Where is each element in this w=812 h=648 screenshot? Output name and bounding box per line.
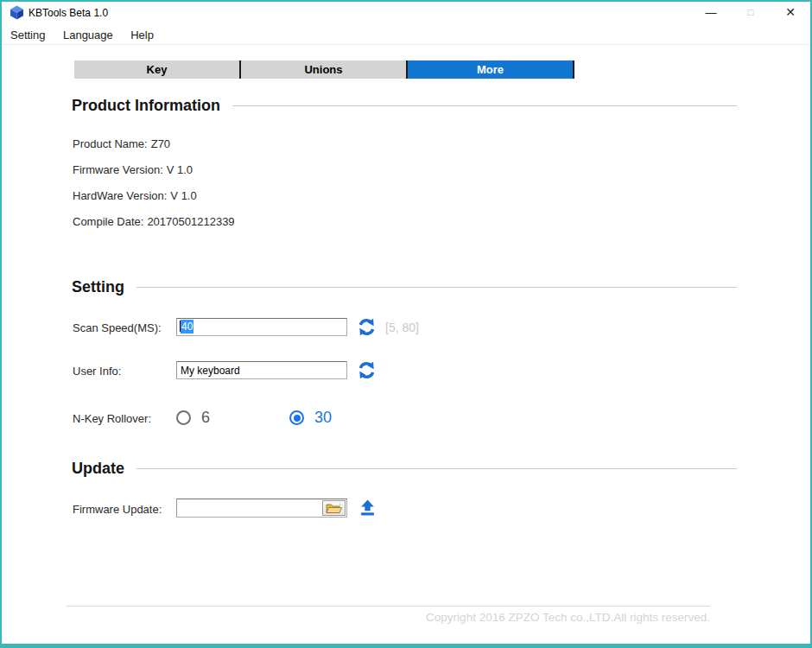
heading-rule <box>232 105 737 106</box>
nkey-rollover-options: 6 30 <box>176 409 332 427</box>
tab-unions[interactable]: Unions <box>241 60 408 79</box>
radio-option-label: 6 <box>201 409 210 427</box>
section-heading-setting: Setting <box>72 278 124 296</box>
user-info-input[interactable] <box>176 361 347 379</box>
hardware-version-row: HardWare Version:V 1.0 <box>73 189 197 203</box>
window-title: KBTools Beta 1.0 <box>29 2 108 24</box>
field-label: Compile Date: <box>73 215 143 228</box>
refresh-icon <box>358 318 376 336</box>
field-label: Product Name: <box>73 137 148 150</box>
field-value: V 1.0 <box>167 163 193 176</box>
heading-rule <box>136 468 737 469</box>
radio-icon[interactable] <box>289 410 304 425</box>
menubar: Setting Language Help <box>2 24 810 45</box>
tab-more[interactable]: More <box>408 60 574 79</box>
product-name-row: Product Name:Z70 <box>73 137 170 151</box>
firmware-update-input[interactable] <box>176 499 347 518</box>
app-window: KBTools Beta 1.0 — □ ✕ Setting Language … <box>0 0 812 648</box>
radio-option-label: 30 <box>314 409 332 427</box>
heading-rule <box>136 287 737 288</box>
minimize-button[interactable]: — <box>691 2 731 24</box>
firmware-update-label: Firmware Update: <box>73 503 162 516</box>
menu-item-language[interactable]: Language <box>58 27 118 43</box>
scan-speed-range-hint: [5, 80] <box>385 321 419 334</box>
upload-button[interactable] <box>358 499 377 518</box>
refresh-icon <box>358 361 376 379</box>
update-heading-row: Update <box>72 458 737 479</box>
field-value: Z70 <box>151 137 170 150</box>
selected-text: 40 <box>181 320 193 334</box>
field-value: 20170501212339 <box>147 215 234 228</box>
user-info-label: User Info: <box>73 365 121 378</box>
scan-speed-refresh-button[interactable] <box>357 318 376 337</box>
radio-option-30[interactable]: 30 <box>289 409 332 427</box>
radio-option-6[interactable]: 6 <box>176 409 210 427</box>
scan-speed-label: Scan Speed(MS): <box>73 321 162 334</box>
titlebar: KBTools Beta 1.0 — □ ✕ <box>2 2 810 24</box>
setting-heading-row: Setting <box>72 276 737 297</box>
app-cube-icon <box>10 5 24 20</box>
firmware-update-path[interactable] <box>177 499 321 517</box>
upload-icon <box>359 499 376 516</box>
footer: Copyright 2016 ZPZO Tech co.,LTD.All rig… <box>67 606 710 624</box>
tab-bar: Key Unions More <box>74 60 574 79</box>
window-controls: — □ ✕ <box>691 2 810 24</box>
close-button[interactable]: ✕ <box>771 2 810 24</box>
maximize-button[interactable]: □ <box>731 2 771 24</box>
radio-icon[interactable] <box>176 410 191 425</box>
open-folder-icon <box>326 502 343 515</box>
scan-speed-input[interactable]: 40 <box>176 318 347 336</box>
field-label: Firmware Version: <box>73 163 163 176</box>
copyright-text: Copyright 2016 ZPZO Tech co.,LTD.All rig… <box>426 611 710 624</box>
field-label: HardWare Version: <box>73 189 167 202</box>
browse-button[interactable] <box>322 500 346 516</box>
field-value: V 1.0 <box>170 189 196 202</box>
user-info-refresh-button[interactable] <box>357 361 376 380</box>
firmware-version-row: Firmware Version:V 1.0 <box>73 163 193 177</box>
section-heading-update: Update <box>72 460 124 478</box>
section-heading-product-information: Product Information <box>72 97 220 115</box>
menu-item-help[interactable]: Help <box>125 27 159 43</box>
nkey-rollover-label: N-Key Rollover: <box>73 412 151 425</box>
menu-item-setting[interactable]: Setting <box>5 27 50 43</box>
tab-key[interactable]: Key <box>74 60 241 79</box>
product-information-heading-row: Product Information <box>72 95 737 116</box>
compile-date-row: Compile Date:20170501212339 <box>73 215 235 229</box>
